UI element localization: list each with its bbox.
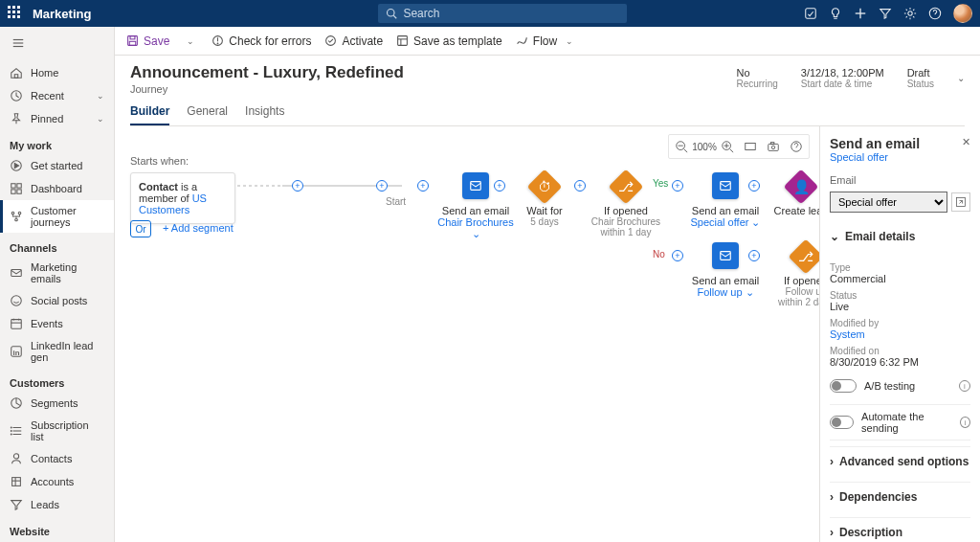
clock-icon <box>10 89 23 102</box>
node-create-lead[interactable]: 👤 Create lead <box>768 172 819 216</box>
fit-to-screen-button[interactable] <box>740 137 761 156</box>
nav-item-subscription-list[interactable]: Subscription list <box>0 415 114 447</box>
nav-item-events[interactable]: Events <box>0 312 114 335</box>
svg-point-0 <box>388 10 395 17</box>
svg-point-52 <box>326 36 336 46</box>
advanced-send-accordion[interactable]: ›Advanced send options <box>830 446 970 476</box>
node-if-opened-1[interactable]: ⎇ If opened Chair Brochures within 1 day <box>588 172 664 237</box>
svg-rect-53 <box>398 36 408 46</box>
accounts-icon <box>10 475 23 488</box>
node-send-email-1[interactable]: Send an email Chair Brochures ⌄ <box>433 172 519 240</box>
info-icon[interactable]: i <box>960 417 970 428</box>
zoom-in-button[interactable] <box>717 137 738 156</box>
left-navigation: HomeRecent⌄Pinned⌄ My workGet startedDas… <box>0 27 115 542</box>
journey-canvas[interactable]: 100% Starts when: Contact is a member of… <box>115 126 819 542</box>
svg-line-1 <box>394 15 397 18</box>
nav-item-recent[interactable]: Recent⌄ <box>0 84 114 107</box>
svg-rect-66 <box>770 143 774 145</box>
tab-general[interactable]: General <box>187 104 228 125</box>
svg-rect-21 <box>11 270 22 277</box>
nav-section-header: Website <box>0 516 114 540</box>
insert-node-button[interactable]: + <box>417 180 429 192</box>
app-title: Marketing <box>33 7 91 21</box>
assistant-icon[interactable] <box>804 7 817 20</box>
open-record-button[interactable] <box>951 192 970 212</box>
email-field-label: Email <box>830 174 970 186</box>
tab-builder[interactable]: Builder <box>130 104 169 125</box>
flow-button[interactable]: Flow ⌄ <box>516 34 577 48</box>
nav-section-header: Customers <box>0 368 114 392</box>
properties-panel: Send an email Special offer ✕ Email Spec… <box>819 126 980 542</box>
person-icon <box>10 452 23 465</box>
nav-item-social-posts[interactable]: Social posts <box>0 289 114 312</box>
dependencies-accordion[interactable]: ›Dependencies <box>830 482 970 511</box>
user-avatar[interactable] <box>953 4 972 23</box>
nav-item-leads[interactable]: Leads <box>0 493 114 516</box>
insert-node-button[interactable]: + <box>376 180 388 192</box>
email-details-accordion[interactable]: ⌄Email details <box>830 222 970 251</box>
svg-rect-78 <box>721 182 731 191</box>
branch-no-label: No <box>653 249 665 260</box>
nav-item-linkedin-lead-gen[interactable]: inLinkedIn lead gen <box>0 335 114 368</box>
svg-point-35 <box>11 434 11 435</box>
canvas-help-button[interactable] <box>786 137 807 156</box>
panel-record-link[interactable]: Special offer <box>830 151 920 163</box>
svg-rect-48 <box>129 41 136 45</box>
nav-item-customer-journeys[interactable]: Customer journeys <box>0 200 114 233</box>
ab-testing-toggle[interactable] <box>830 379 857 393</box>
insert-node-button[interactable]: + <box>672 250 683 261</box>
lightbulb-icon[interactable] <box>829 7 842 20</box>
nav-item-get-started[interactable]: Get started <box>0 154 114 177</box>
svg-rect-79 <box>721 252 731 260</box>
help-icon[interactable] <box>928 7 942 20</box>
app-launcher-icon[interactable] <box>8 6 23 21</box>
nav-item-pinned[interactable]: Pinned⌄ <box>0 107 114 130</box>
node-send-email-2[interactable]: Send an email Special offer ⌄ <box>687 172 764 229</box>
svg-rect-63 <box>746 144 756 150</box>
tab-insights[interactable]: Insights <box>245 104 284 125</box>
search-icon <box>386 8 397 19</box>
insert-node-button[interactable]: + <box>292 180 303 192</box>
modified-by-link[interactable]: System <box>830 328 970 340</box>
header-expand-button[interactable]: ⌄ <box>957 67 965 83</box>
save-dropdown[interactable]: ⌄ <box>183 36 198 46</box>
nav-collapse-button[interactable] <box>0 27 114 61</box>
nav-item-home[interactable]: Home <box>0 61 114 84</box>
automate-sending-toggle[interactable] <box>830 416 854 429</box>
zoom-out-button[interactable] <box>671 137 692 156</box>
zoom-level[interactable]: 100% <box>694 137 715 156</box>
nav-item-contacts[interactable]: Contacts <box>0 447 114 470</box>
panel-close-button[interactable]: ✕ <box>962 136 970 148</box>
svg-line-57 <box>684 149 688 153</box>
nav-item-segments[interactable]: Segments <box>0 392 114 415</box>
nav-item-accounts[interactable]: Accounts <box>0 470 114 493</box>
command-bar: Save ⌄ Check for errors Activate Save as… <box>115 27 980 56</box>
record-title: Announcement - Luxury, Redefined <box>130 63 404 82</box>
node-if-opened-2[interactable]: ⎇ If opened Follow up within 2 days <box>768 242 819 307</box>
snapshot-button[interactable] <box>763 137 784 156</box>
svg-rect-47 <box>130 36 135 39</box>
insert-node-button[interactable]: + <box>672 180 683 192</box>
info-icon[interactable]: i <box>959 380 970 392</box>
home-icon <box>10 66 23 79</box>
add-icon[interactable] <box>854 7 867 20</box>
nav-section-header: Channels <box>0 233 114 257</box>
email-select[interactable]: Special offer <box>830 192 947 213</box>
activate-button[interactable]: Activate <box>324 34 383 48</box>
svg-rect-37 <box>12 478 21 486</box>
check-errors-button[interactable]: Check for errors <box>212 34 311 48</box>
node-send-email-3[interactable]: Send an email Follow up ⌄ <box>687 242 764 299</box>
node-wait[interactable]: ⏱ Wait for 5 days <box>511 172 578 227</box>
filter-icon[interactable] <box>879 7 892 20</box>
chevron-down-icon: ⌄ <box>97 91 104 101</box>
nav-item-dashboard[interactable]: Dashboard <box>0 177 114 200</box>
save-button[interactable]: Save <box>126 34 169 48</box>
leads-icon <box>10 498 23 511</box>
chevron-down-icon: ⌄ <box>562 36 577 46</box>
save-as-template-button[interactable]: Save as template <box>396 34 502 48</box>
global-search[interactable]: Search <box>378 4 627 23</box>
description-accordion[interactable]: ›Description <box>830 517 970 542</box>
settings-icon[interactable] <box>903 7 917 20</box>
canvas-toolbar: 100% <box>668 134 810 159</box>
nav-item-marketing-emails[interactable]: Marketing emails <box>0 257 114 289</box>
